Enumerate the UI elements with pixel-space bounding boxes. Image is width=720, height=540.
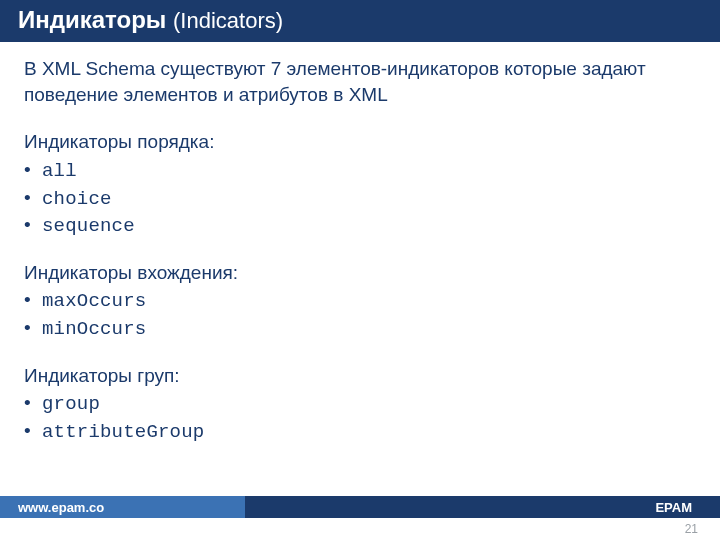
slide: Индикаторы (Indicators) В XML Schema сущ…: [0, 0, 720, 540]
bullet-list: •group •attributeGroup: [24, 390, 696, 445]
section-heading: Индикаторы порядка:: [24, 129, 696, 155]
item-text: sequence: [42, 214, 135, 240]
list-item: •all: [24, 157, 696, 185]
item-text: all: [42, 159, 77, 185]
title-bar: Индикаторы (Indicators): [0, 0, 720, 42]
bullet-icon: •: [24, 315, 42, 341]
page-number: 21: [685, 522, 698, 536]
list-item: •attributeGroup: [24, 418, 696, 446]
slide-subtitle: (Indicators): [173, 8, 283, 33]
item-text: group: [42, 392, 100, 418]
section-heading: Индикаторы вхождения:: [24, 260, 696, 286]
section-heading: Индикаторы груп:: [24, 363, 696, 389]
section-1: Индикаторы вхождения: •maxOccurs •minOcc…: [24, 260, 696, 343]
bullet-icon: •: [24, 212, 42, 238]
footer-url: www.epam.co: [0, 496, 245, 518]
item-text: minOccurs: [42, 317, 146, 343]
slide-title: Индикаторы: [18, 6, 166, 33]
item-text: attributeGroup: [42, 420, 204, 446]
bullet-icon: •: [24, 390, 42, 416]
bullet-icon: •: [24, 287, 42, 313]
section-2: Индикаторы груп: •group •attributeGroup: [24, 363, 696, 446]
intro-text: В XML Schema существуют 7 элементов-инди…: [24, 56, 696, 107]
content-area: В XML Schema существуют 7 элементов-инди…: [0, 42, 720, 446]
footer-bar: www.epam.co EPAM: [0, 496, 720, 518]
list-item: •maxOccurs: [24, 287, 696, 315]
bullet-icon: •: [24, 157, 42, 183]
item-text: maxOccurs: [42, 289, 146, 315]
bullet-icon: •: [24, 185, 42, 211]
item-text: choice: [42, 187, 112, 213]
footer-brand: EPAM: [245, 496, 720, 518]
bullet-list: •all •choice •sequence: [24, 157, 696, 240]
list-item: •minOccurs: [24, 315, 696, 343]
section-0: Индикаторы порядка: •all •choice •sequen…: [24, 129, 696, 240]
list-item: •group: [24, 390, 696, 418]
list-item: •choice: [24, 185, 696, 213]
bullet-icon: •: [24, 418, 42, 444]
bullet-list: •maxOccurs •minOccurs: [24, 287, 696, 342]
list-item: •sequence: [24, 212, 696, 240]
